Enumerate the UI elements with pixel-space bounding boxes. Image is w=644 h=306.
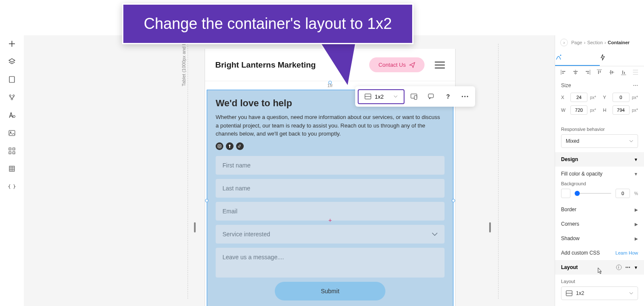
breadcrumb-container[interactable]: Container <box>608 40 630 45</box>
interactions-tab[interactable] <box>600 50 644 66</box>
message-field[interactable]: Leave us a message.... <box>216 248 445 278</box>
chevron-down-icon <box>629 140 633 142</box>
add-row-marker[interactable]: + <box>328 217 332 224</box>
svg-rect-10 <box>9 152 11 154</box>
fill-color-row[interactable]: Fill color & opacity ▼ <box>555 167 644 181</box>
shadow-row[interactable]: Shadow▶ <box>555 231 644 246</box>
svg-marker-0 <box>318 40 356 87</box>
instagram-icon[interactable] <box>216 142 223 150</box>
last-name-placeholder: Last name <box>222 185 250 192</box>
image-tool-icon[interactable] <box>7 128 17 138</box>
svg-point-3 <box>13 95 14 96</box>
svg-point-22 <box>464 96 466 97</box>
y-label: Y <box>603 95 610 100</box>
tiktok-icon[interactable] <box>236 142 244 150</box>
page-tool-icon[interactable] <box>7 74 17 85</box>
svg-point-2 <box>9 95 11 96</box>
layout-panel-value: 1x2 <box>576 290 584 296</box>
svg-point-4 <box>11 98 13 100</box>
svg-point-23 <box>467 96 468 97</box>
corners-row[interactable]: Corners▶ <box>555 217 644 231</box>
corners-label: Corners <box>561 221 579 227</box>
code-tool-icon[interactable] <box>7 181 17 192</box>
resize-handle-left[interactable] <box>194 222 196 232</box>
master-tool-icon[interactable] <box>7 92 17 102</box>
opacity-input[interactable] <box>616 189 630 198</box>
align-left-icon[interactable] <box>560 69 567 76</box>
layout-panel-dropdown[interactable]: 1x2 <box>561 286 638 300</box>
design-section-header[interactable]: Design ▼ <box>555 152 644 167</box>
annotation-arrow-icon <box>318 40 356 87</box>
more-icon[interactable] <box>457 89 473 104</box>
last-name-field[interactable]: Last name <box>216 179 445 198</box>
chevron-down-icon <box>432 232 438 236</box>
breadcrumb-section[interactable]: Section <box>587 40 603 45</box>
selection-handle-right[interactable] <box>452 199 455 202</box>
facebook-icon[interactable] <box>226 142 234 150</box>
learn-how-link[interactable]: Learn How <box>616 250 638 255</box>
color-swatch[interactable] <box>561 189 570 198</box>
message-placeholder: Leave us a message.... <box>222 254 284 261</box>
distribute-icon[interactable] <box>632 69 639 76</box>
design-tab[interactable] <box>555 50 600 66</box>
resize-handle-right[interactable] <box>489 222 491 232</box>
text-tool-icon[interactable] <box>7 110 17 120</box>
service-select-field[interactable]: Service interested <box>216 225 445 244</box>
design-header-label: Design <box>561 156 578 162</box>
svg-rect-1 <box>9 76 14 82</box>
x-input[interactable] <box>570 93 587 102</box>
svg-rect-9 <box>13 148 15 150</box>
submit-button[interactable]: Submit <box>275 282 385 300</box>
align-bottom-icon[interactable] <box>620 69 627 76</box>
layers-tool-icon[interactable] <box>7 57 17 67</box>
breadcrumb-page[interactable]: Page <box>571 40 582 45</box>
responsive-icon[interactable] <box>406 89 422 104</box>
border-row[interactable]: Border▶ <box>555 202 644 217</box>
align-center-v-icon[interactable] <box>608 69 615 76</box>
w-input[interactable] <box>570 105 587 115</box>
background-label: Background <box>555 181 644 189</box>
opacity-slider[interactable] <box>575 193 611 194</box>
info-icon[interactable]: i <box>616 264 622 270</box>
w-unit: px* <box>590 108 596 113</box>
data-tool-icon[interactable] <box>7 164 17 174</box>
svg-point-5 <box>13 116 15 118</box>
h-input[interactable] <box>613 105 630 115</box>
contact-us-label: Contact Us <box>379 62 406 68</box>
guide-line <box>498 44 499 299</box>
contact-us-button[interactable]: Contact Us <box>369 57 425 72</box>
comment-icon[interactable] <box>423 89 439 104</box>
help-icon[interactable]: ? <box>440 89 456 104</box>
selection-handle-left[interactable] <box>205 199 208 202</box>
selected-container[interactable]: ‹ Container We'd love to help Whether yo… <box>207 90 453 306</box>
align-right-icon[interactable] <box>584 69 591 76</box>
apps-tool-icon[interactable] <box>7 146 17 156</box>
first-name-placeholder: First name <box>222 162 251 169</box>
breadcrumb-back-icon[interactable]: › <box>560 39 568 46</box>
x-unit: px* <box>590 95 596 100</box>
more-icon[interactable]: ⋯ <box>633 82 638 88</box>
x-label: X <box>561 95 568 100</box>
layout-dropdown[interactable]: 1x2 <box>358 89 405 104</box>
svg-rect-18 <box>414 96 417 99</box>
align-top-icon[interactable] <box>596 69 603 76</box>
hamburger-menu-icon[interactable] <box>435 62 445 68</box>
svg-rect-27 <box>562 73 564 74</box>
site-title: Bright Lanterns Marketing <box>215 60 316 70</box>
responsive-value: Mixed <box>566 138 579 144</box>
svg-rect-26 <box>562 71 565 72</box>
more-icon[interactable]: ⋯ <box>625 264 630 270</box>
chevron-down-icon <box>393 95 398 98</box>
first-name-field[interactable]: First name <box>216 156 445 175</box>
y-input[interactable] <box>613 93 630 102</box>
responsive-dropdown[interactable]: Mixed <box>561 134 638 148</box>
add-tool-icon[interactable] <box>7 39 17 49</box>
svg-rect-8 <box>9 148 11 150</box>
svg-rect-12 <box>9 166 14 171</box>
chevron-down-icon <box>629 292 633 295</box>
panel-tabs <box>555 50 644 66</box>
align-center-h-icon[interactable] <box>572 69 579 76</box>
svg-rect-41 <box>622 71 623 74</box>
layout-header-label: Layout <box>561 264 578 270</box>
svg-rect-42 <box>624 72 625 74</box>
